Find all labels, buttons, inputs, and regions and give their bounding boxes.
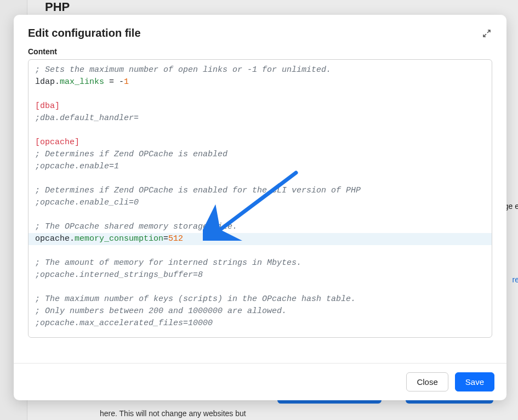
code-line: ;opcache.max_accelerated_files=10000: [35, 317, 485, 330]
code-line: ; The amount of memory for interned stri…: [35, 257, 485, 269]
code-line: opcache.memory_consumption=512: [29, 233, 492, 245]
content-label: Content: [14, 47, 506, 59]
code-line: ldap.max_links = -1: [35, 76, 485, 88]
expand-icon: [482, 29, 491, 38]
code-line: [dba]: [35, 100, 485, 112]
expand-button[interactable]: [481, 28, 492, 39]
editor-container: ; Sets the maximum number of open links …: [28, 59, 492, 338]
code-line: ; Only numbers between 200 and 1000000 a…: [35, 305, 485, 317]
code-line: [35, 124, 485, 137]
save-button[interactable]: Save: [455, 372, 494, 391]
bg-link-fragment: re: [513, 275, 518, 284]
code-line: [35, 209, 485, 221]
code-line: ; Determines if Zend OPCache is enabled: [35, 149, 485, 161]
close-button[interactable]: Close: [406, 372, 448, 391]
code-line: ;opcache.enable=1: [35, 161, 485, 173]
code-line: ;opcache.enable_cli=0: [35, 197, 485, 209]
edit-config-modal: Edit configuration file Content ; Sets t…: [14, 15, 506, 400]
code-line: [35, 281, 485, 293]
code-editor[interactable]: ; Sets the maximum number of open links …: [29, 60, 492, 337]
bg-page-title: PHP: [45, 0, 70, 14]
code-line: ;opcache.interned_strings_buffer=8: [35, 269, 485, 281]
code-line: [opcache]: [35, 137, 485, 149]
modal-footer: Close Save: [14, 363, 506, 400]
bg-description-text: here. This will not change any websites …: [100, 408, 264, 418]
code-line: ; The maximum number of keys (scripts) i…: [35, 293, 485, 305]
code-line: ; The OPcache shared memory storage size…: [35, 221, 485, 233]
code-line: ; Determines if Zend OPCache is enabled …: [35, 185, 485, 197]
modal-title: Edit configuration file: [28, 27, 141, 39]
modal-header: Edit configuration file: [14, 15, 506, 47]
code-line: [35, 245, 485, 257]
code-line: ;dba.default_handler=: [35, 112, 485, 124]
code-line: [35, 88, 485, 100]
code-line: [35, 173, 485, 185]
code-line: ; Sets the maximum number of open links …: [35, 64, 485, 76]
